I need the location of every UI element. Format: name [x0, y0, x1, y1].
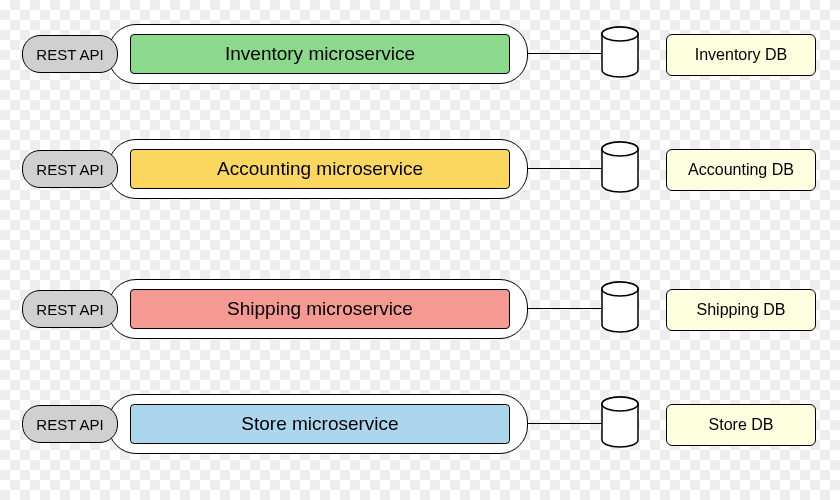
connector-1 [528, 168, 610, 169]
database-icon-3 [600, 396, 640, 446]
rest-api-pill-3: REST API [22, 405, 118, 443]
rest-api-label: REST API [36, 161, 103, 178]
db-box-accounting: Accounting DB [666, 149, 816, 191]
rest-api-label: REST API [36, 301, 103, 318]
db-label: Store DB [709, 416, 774, 434]
service-label: Store microservice [241, 413, 398, 435]
rest-api-label: REST API [36, 46, 103, 63]
connector-0 [528, 53, 610, 54]
database-icon-2 [600, 281, 640, 331]
db-label: Shipping DB [697, 301, 786, 319]
diagram-canvas: REST API Inventory microservice Inventor… [0, 0, 840, 500]
svg-point-7 [602, 397, 638, 411]
db-box-store: Store DB [666, 404, 816, 446]
db-label: Accounting DB [688, 161, 794, 179]
svg-point-1 [602, 27, 638, 41]
service-box-inventory: Inventory microservice [130, 34, 510, 74]
service-box-shipping: Shipping microservice [130, 289, 510, 329]
db-box-shipping: Shipping DB [666, 289, 816, 331]
service-label: Inventory microservice [225, 43, 415, 65]
svg-point-5 [602, 282, 638, 296]
rest-api-pill-0: REST API [22, 35, 118, 73]
connector-3 [528, 423, 610, 424]
service-box-accounting: Accounting microservice [130, 149, 510, 189]
service-box-store: Store microservice [130, 404, 510, 444]
svg-point-3 [602, 142, 638, 156]
service-label: Shipping microservice [227, 298, 413, 320]
db-label: Inventory DB [695, 46, 787, 64]
db-box-inventory: Inventory DB [666, 34, 816, 76]
service-label: Accounting microservice [217, 158, 423, 180]
rest-api-pill-2: REST API [22, 290, 118, 328]
database-icon-0 [600, 26, 640, 76]
rest-api-label: REST API [36, 416, 103, 433]
connector-2 [528, 308, 610, 309]
database-icon-1 [600, 141, 640, 191]
rest-api-pill-1: REST API [22, 150, 118, 188]
